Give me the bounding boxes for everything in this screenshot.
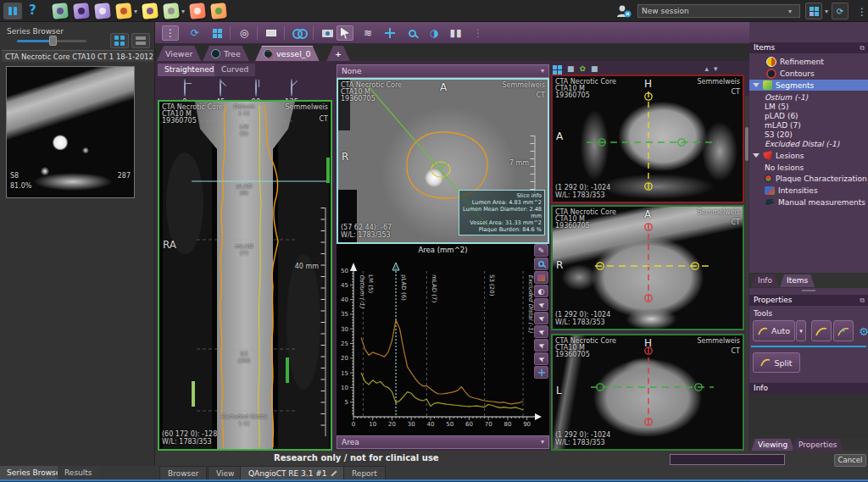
stamp-view-5-button[interactable]: ➤	[534, 352, 548, 365]
pin-tab-icon[interactable]	[331, 470, 337, 476]
graph-type-select[interactable]: Area▾	[337, 435, 549, 449]
views-scrollbar-handle[interactable]	[745, 127, 748, 161]
ct-view-axial[interactable]: CTA Necrotic Core CTA10 M 19360705 Semme…	[551, 205, 744, 330]
layout-window-caret[interactable]: ▾	[825, 8, 828, 15]
views-down-icon[interactable]: ▾	[714, 64, 718, 73]
snapshot-icon[interactable]	[320, 25, 335, 41]
magnify-tool-button[interactable]	[534, 258, 548, 270]
tab-tree[interactable]: Tree	[203, 46, 249, 61]
help-icon[interactable]: ?	[29, 3, 36, 18]
collapse-caret-icon[interactable]	[753, 153, 760, 158]
collapse-caret-icon[interactable]	[753, 83, 760, 87]
toolbar-more-dots[interactable]: ⋮	[470, 25, 486, 41]
items-row-manual-measurements[interactable]: Manual measurements	[749, 197, 868, 208]
session-select-caret[interactable]: ▾	[788, 8, 792, 15]
ct-view-coronal[interactable]: CTA Necrotic Core CTA10 M 19360705 Semme…	[551, 334, 744, 451]
layout-window-button[interactable]	[805, 3, 822, 19]
auto-tool-button[interactable]: Auto	[753, 320, 795, 341]
trace-tool-button[interactable]	[811, 320, 832, 341]
tab-view[interactable]: View	[208, 466, 242, 479]
crop-rectangle-icon[interactable]	[264, 25, 279, 41]
slab-thickness-icon[interactable]: ▮▮	[448, 25, 464, 41]
views-up-icon[interactable]: ▴	[705, 64, 709, 73]
app-icon-1[interactable]	[52, 3, 69, 19]
stamp-view-3-button[interactable]: ➤	[534, 325, 548, 338]
views-square-icon[interactable]: ■	[567, 64, 575, 73]
views-layout-icon[interactable]	[553, 63, 562, 75]
tab-results[interactable]: Results	[58, 466, 99, 479]
items-row-plaque-characterization[interactable]: Plaque Characterization	[749, 173, 868, 184]
app-icon-4[interactable]	[115, 3, 132, 19]
app-icon-4-caret[interactable]: ▾	[134, 8, 137, 15]
tab-viewing[interactable]: Viewing	[751, 439, 794, 452]
tab-browser[interactable]: Browser	[159, 466, 207, 479]
list-view-button[interactable]	[131, 33, 150, 48]
stamp-view-4-button[interactable]: ➤	[534, 339, 548, 352]
edit-tool-button[interactable]	[833, 320, 854, 341]
straightened-vessel-viewport[interactable]: CTA Necrotic Core CTA10 M 19360705 Semme…	[158, 100, 332, 451]
views-square2-icon[interactable]: ■	[591, 64, 598, 73]
app-icon-7[interactable]	[189, 3, 206, 19]
tab-curved[interactable]: Curved	[214, 64, 255, 76]
series-title[interactable]: CTA Necrotic Core CTA10 CT 1 18-1-2012	[2, 50, 153, 62]
panel-resize-handle[interactable]	[802, 290, 815, 291]
stamp-view-1-button[interactable]: ➤	[534, 298, 548, 311]
grid-view-button[interactable]	[110, 33, 129, 48]
thumbnail-size-slider-handle[interactable]	[49, 36, 57, 46]
reset-view-icon[interactable]: ⟳	[187, 25, 203, 41]
pan-tool-icon[interactable]	[382, 25, 398, 41]
tab-properties[interactable]: Properties	[792, 439, 843, 452]
scroll-stack-icon[interactable]: ≋	[360, 25, 376, 41]
items-row-refinement[interactable]: Refinement	[749, 56, 868, 67]
series-thumbnail[interactable]: S8 81.0% 287	[6, 66, 135, 198]
app-icon-6[interactable]	[163, 3, 180, 19]
cancel-button[interactable]: Cancel	[834, 454, 866, 467]
pointer-tool-icon[interactable]	[337, 25, 353, 41]
contrast-tool-button[interactable]: ◐	[534, 285, 548, 297]
toolbar-menu-icon[interactable]: ⋮	[162, 25, 179, 41]
zoom-tool-icon[interactable]	[404, 25, 420, 41]
area-graph[interactable]: 01020304050607080905101520253035404550Os…	[337, 254, 549, 434]
ct-view-sagittal[interactable]: CTA Necrotic Core CTA10 M 19360705 Semme…	[551, 75, 744, 203]
tab-straightened[interactable]: Straightened	[158, 64, 220, 76]
tool-settings-gear-icon[interactable]: ⚙	[856, 324, 868, 339]
items-row-lesions[interactable]: Lesions	[749, 150, 868, 161]
tab-vessel-0[interactable]: vessel_0	[255, 46, 320, 61]
app-icon-3[interactable]	[94, 3, 111, 19]
link-views-icon[interactable]	[291, 25, 306, 41]
app-icon-5[interactable]	[142, 3, 159, 19]
session-select[interactable]: New session	[637, 4, 800, 18]
app-icon-8[interactable]	[210, 3, 227, 19]
overlay-select[interactable]: None▾	[337, 64, 549, 78]
pin-icon[interactable]: ◎	[236, 25, 252, 41]
app-icon-2[interactable]	[73, 3, 90, 19]
items-row-segments[interactable]: Segments	[749, 80, 868, 91]
split-tool-button[interactable]: Split	[753, 352, 800, 373]
tab-info[interactable]: Info	[751, 274, 779, 287]
session-restore-button[interactable]: ⟳	[832, 3, 849, 19]
items-row-contours[interactable]: Contours	[749, 68, 868, 79]
window-level-icon[interactable]: ◑	[426, 25, 442, 41]
tab-qangioct[interactable]: QAngioCT RE 3.1 #1	[240, 466, 346, 479]
tools-divider	[751, 346, 866, 347]
app-launcher-icon[interactable]	[3, 3, 22, 19]
popout-icon[interactable]: ⧉	[860, 295, 865, 306]
app-icon-6-caret[interactable]: ▾	[181, 8, 185, 15]
stamp-view-2-button[interactable]: ➤	[534, 312, 548, 324]
titlebar-menu-dots[interactable]: ⋮	[854, 4, 868, 19]
institution-label: Semmelweis	[697, 337, 740, 345]
popout-icon[interactable]: ⧉	[860, 42, 865, 53]
auto-tool-caret[interactable]: ▾	[796, 320, 806, 341]
tab-items[interactable]: Items	[780, 274, 815, 287]
items-row-intensities[interactable]: Intensities	[749, 185, 868, 196]
tab-viewer[interactable]: Viewer	[157, 46, 201, 61]
views-sync-icon[interactable]: ✿	[580, 64, 587, 73]
intensities-tool-button[interactable]	[534, 271, 548, 284]
move-tool-button[interactable]	[534, 366, 548, 379]
cross-section-viewport[interactable]: CTA Necrotic Core CTA10 M 19360705 Semme…	[337, 78, 549, 244]
items-row-excluded-distal[interactable]: Excluded Distal (-1)	[749, 138, 868, 149]
tab-add[interactable]: +	[326, 46, 350, 61]
tab-report[interactable]: Report	[343, 466, 386, 479]
layout-icon[interactable]	[209, 25, 225, 41]
annotation-tool-button[interactable]: ✎	[534, 244, 548, 257]
